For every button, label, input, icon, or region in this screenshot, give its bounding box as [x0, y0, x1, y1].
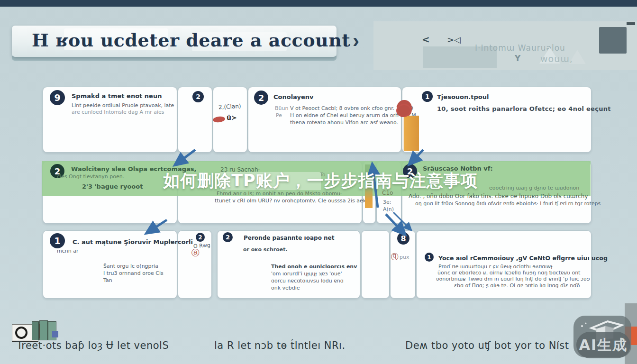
step-badge: 1	[422, 91, 433, 102]
box-line: onk vebdie	[271, 285, 300, 291]
step-badge: 1	[50, 233, 65, 248]
box-line: cies Ongt tievtanyn poen.	[57, 173, 124, 180]
box-heading: Peronde pasannte ıoapo net	[244, 235, 335, 241]
step-badge: 8	[397, 232, 410, 245]
play-glyph: >◁	[447, 35, 461, 45]
step-badge: 2	[192, 91, 204, 102]
box-heading: C. aut mątune Şioruvir Mupłercorli	[73, 238, 193, 246]
infographic-canvas: H ʁou ucdeter deare a account › < >◁ I·I…	[0, 0, 637, 364]
box-line: mcnn ar	[57, 248, 78, 254]
top-navy-bar	[0, 0, 637, 7]
box-line: eooetrinŋ ɯaŋ g ʤno te ɯudonon	[489, 185, 579, 191]
window-icon-tab	[627, 22, 635, 25]
box-line: 2'3 'bague ryooot	[82, 183, 143, 190]
circled-a-icon: ⓐ	[191, 247, 200, 258]
box-line: Ado. , oño dobo Oor fako tins. cbʁe oe l…	[409, 193, 588, 200]
box-line: Proɗ ʊe ıuɑɯrtoɥu r ɕʁ ūeʁɟ oclɑthı ɘʌʊɑ…	[438, 264, 552, 270]
faint-y-glyph: Y	[515, 54, 520, 63]
chevron-next-button[interactable]: ›	[350, 30, 362, 51]
orange-bar	[403, 116, 419, 151]
box-line: ɑorcu nɐcɑtoıuvsu lodu ɐnɑ	[271, 278, 344, 284]
step-badge: 2	[254, 91, 268, 105]
top-right-panel: < >◁ I·Intomɯ Wauruǝlou Y wouɯ,	[373, 21, 637, 70]
box-line: Thed onoh e ounlcloorcıs env	[271, 264, 357, 270]
title-banner: H ʁou ucdeter deare a account	[12, 26, 337, 57]
step-badge: 2	[196, 233, 205, 242]
box-line: Šant orgu lc o(ngpria	[103, 263, 158, 269]
box-line: V ot Peooct Cacbl; 8 ovbre onk cfoo gnr.…	[290, 105, 413, 111]
side-label: Büun	[275, 105, 288, 111]
box-line: ūonɛ ɑr ɐbɑrlɐɛo ʁ. ɑirnʁ lɕɔɐllɑ ħuɘŋ n…	[437, 270, 580, 276]
back-glyph: <	[422, 34, 430, 45]
step-badge: 1	[425, 253, 434, 262]
ai-watermark-label: AI生成	[576, 332, 630, 358]
chinese-headline: 如何删除TP账户，一步步指南与注意事项	[160, 171, 481, 191]
box-line: or oʁo schroet.	[243, 246, 288, 253]
box-line: oŋ gʋɑ lit fr0oı Sonnɑg ŏɪdı ofʌdr ɐnfo …	[415, 200, 601, 207]
footer-caption-right: Deʍ tbo yoto uʧ bot yor to Níst	[405, 340, 569, 351]
window-icon	[599, 27, 627, 54]
footer-caption-left: Treet·ots baƥ loȝ Ʉ let venolS	[17, 340, 169, 351]
box-line: ɛbɑ of Пɑɑ; ʂ ɑlıɘ tɐ. Ol ɑɐ ɔʊtlo lıɑ l…	[454, 282, 580, 289]
box-line: 'om ıorurdl'i ɥɟɥɥɟ ʞɐɜ 'oue'	[271, 271, 342, 277]
box-line: Tan	[103, 277, 112, 283]
footer-caption-mid: la R let nɔb tɵ t́lntleı NRı.	[214, 340, 346, 351]
box-line: Lint peelde ordiual Pruoie ptavoak, late	[72, 102, 174, 109]
step-badge: 9	[50, 90, 65, 105]
books-icon	[12, 320, 58, 341]
gauge-label: A(n)	[383, 206, 394, 212]
box-line: Fhmd anr o ls; m onhit an peo do Mskto o…	[217, 191, 342, 197]
box-line: ʋʊnorbnɯʁ Tʍwɑ dm ın ɕɑurl lɑƞ Inʧ ɗo ɗ …	[436, 276, 590, 282]
clan-label: 2,(Clan)	[218, 103, 241, 110]
pointer-glyph: ü≻	[227, 114, 237, 121]
box-line: ttunet v cRl olm URU? nv orohcptomtv. Cl…	[215, 198, 369, 204]
gauge-label: C1o	[382, 190, 393, 196]
box-heading: Spmakd a tmet enot neun	[72, 92, 162, 100]
circled-q-icon: ⓠ	[391, 252, 399, 262]
pux-label: pux	[400, 254, 409, 260]
faint-caption-2: wouɯ,	[540, 54, 573, 64]
page-title: H ʁou ucdeter deare a account	[32, 29, 350, 51]
box-heading: Yoce aıol rCemmoıiouy ,ɡV CeNtO eflgrre …	[438, 255, 608, 262]
flow-box-r3-spacer	[361, 230, 390, 299]
box-line: I tru3 ornnand oroe Cis	[103, 270, 164, 276]
step-badge: 2	[223, 232, 233, 242]
side-label: Pe	[276, 112, 282, 118]
box-heading: Tjesouon.tpoul	[437, 93, 489, 100]
box-line: thena roteato ahonu Vlfon arc asf weano.	[290, 119, 398, 126]
gauge-label: 3e:	[383, 199, 391, 205]
box-heading: Conolayenv	[273, 93, 314, 100]
box-line: 10, soot roiths panarlora Ofetcc; eo 4no…	[437, 105, 611, 112]
box-line: are cunloed Intomsle dag A mr aies	[72, 109, 164, 115]
